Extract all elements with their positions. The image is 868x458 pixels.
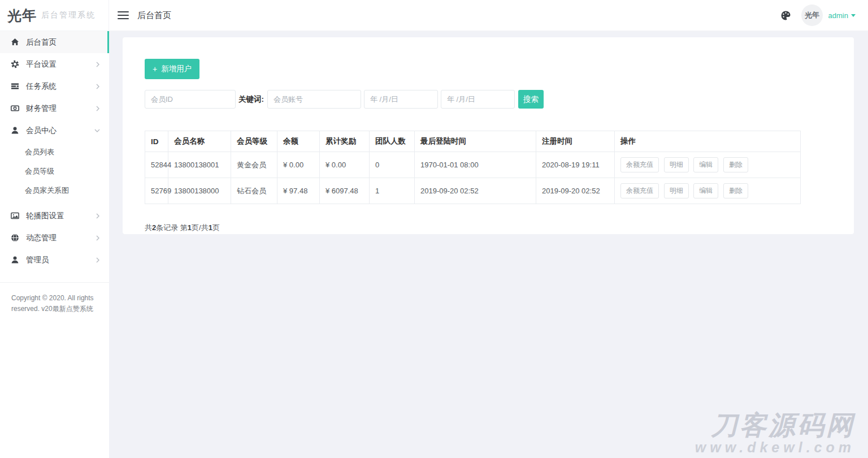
cell-last-login: 1970-01-01 08:00 [415,152,536,178]
cell-level: 钻石会员 [231,178,277,204]
cell-team: 1 [370,178,415,204]
search-bar: 关键词: 搜索 [145,90,831,109]
edit-button[interactable]: 编辑 [693,183,718,198]
cell-id: 52769 [145,178,168,204]
banknote-icon [10,104,19,113]
chevron-down-icon [94,128,100,133]
recharge-button[interactable]: 余额充值 [620,157,659,172]
account-input[interactable] [267,90,361,109]
sidebar-subitem-member-level[interactable]: 会员等级 [0,162,109,181]
copyright-text: Copyright © 2020. All rights reserved. v… [0,283,109,314]
col-header-registered: 注册时间 [536,131,615,152]
sidebar-item-finance[interactable]: 财务管理 [0,97,109,119]
plus-icon: + [153,64,157,74]
member-submenu: 会员列表 会员等级 会员家关系图 [0,141,109,205]
col-header-actions: 操作 [615,131,801,152]
tasks-icon [10,82,19,90]
gear-icon [10,60,19,68]
recharge-button[interactable]: 余额充值 [620,183,659,198]
chevron-right-icon [96,84,100,89]
cell-registered: 2019-09-20 02:52 [536,178,615,204]
sidebar-item-label: 会员中心 [26,126,57,136]
member-list-card: + 新增用户 关键词: 搜索 ID 会员名称 会员等级 余额 [123,37,854,234]
keyword-label: 关键词: [238,94,264,105]
col-header-team: 团队人数 [370,131,415,152]
user-avatar[interactable]: 光年 [801,5,823,26]
main-content: + 新增用户 关键词: 搜索 ID 会员名称 会员等级 余额 [109,31,868,458]
cell-balance: ¥ 97.48 [277,178,320,204]
table-header-row: ID 会员名称 会员等级 余额 累计奖励 团队人数 最后登陆时间 注册时间 操作 [145,131,801,152]
date-start-input[interactable] [364,90,438,109]
chevron-right-icon [96,106,100,111]
sidebar-item-task-system[interactable]: 任务系统 [0,75,109,97]
cell-team: 0 [370,152,415,178]
cell-reward: ¥ 0.00 [320,152,370,178]
brand-logo: 光年 后台管理系统 [0,0,109,31]
chevron-right-icon [96,213,100,219]
avatar-logo-glyph: 光年 [804,10,819,20]
delete-button[interactable]: 删除 [723,157,748,172]
search-button[interactable]: 搜索 [518,90,544,109]
sidebar: 后台首页 平台设置 任务系统 [0,31,109,458]
logo-glyph: 光年 [7,5,37,25]
add-user-button[interactable]: + 新增用户 [145,59,199,79]
table-row: 52769 13800138000 钻石会员 ¥ 97.48 ¥ 6097.48… [145,178,801,204]
cell-id: 52844 [145,152,168,178]
sidebar-item-home[interactable]: 后台首页 [0,31,109,53]
user-icon [10,126,19,135]
cell-actions: 余额充值 明细 编辑 删除 [615,178,801,204]
detail-button[interactable]: 明细 [664,183,689,198]
user-icon [10,256,19,264]
chevron-right-icon [96,257,100,263]
date-end-input[interactable] [441,90,515,109]
cell-level: 黄金会员 [231,152,277,178]
sidebar-item-label: 管理员 [26,255,49,265]
cell-registered: 2020-08-19 19:11 [536,152,615,178]
user-menu[interactable]: admin [828,11,856,20]
breadcrumb: 后台首页 [137,10,171,21]
theme-palette-icon[interactable] [780,10,791,21]
sidebar-item-label: 后台首页 [26,37,57,47]
col-header-name: 会员名称 [168,131,231,152]
cell-balance: ¥ 0.00 [277,152,320,178]
sidebar-item-label: 任务系统 [26,81,57,92]
home-icon [10,38,19,46]
sidebar-item-label: 轮播图设置 [26,211,64,221]
sidebar-subitem-member-list[interactable]: 会员列表 [0,142,109,162]
sidebar-item-dynamic-management[interactable]: 动态管理 [0,227,109,249]
sidebar-subitem-member-relation[interactable]: 会员家关系图 [0,181,109,200]
cell-name: 13800138001 [168,152,231,178]
summary-text: 页/共 [192,223,209,232]
username-label: admin [828,11,848,20]
image-icon [10,211,19,220]
sidebar-item-label: 平台设置 [26,59,57,70]
hamburger-menu-icon[interactable] [118,9,129,21]
total-pages: 1 [209,223,212,232]
col-header-last-login: 最后登陆时间 [415,131,536,152]
cell-actions: 余额充值 明细 编辑 删除 [615,152,801,178]
cell-reward: ¥ 6097.48 [320,178,370,204]
logo-subtitle: 后台管理系统 [41,10,96,20]
current-page: 1 [188,223,192,232]
add-user-label: 新增用户 [161,64,192,74]
chevron-right-icon [96,235,100,241]
sidebar-subitem-label: 会员家关系图 [25,185,69,196]
col-header-balance: 余额 [277,131,320,152]
sidebar-item-carousel-settings[interactable]: 轮播图设置 [0,205,109,227]
pagination-summary: 共2条记录 第1页/共1页 [145,223,831,233]
detail-button[interactable]: 明细 [664,157,689,172]
col-header-reward: 累计奖励 [320,131,370,152]
summary-text: 条记录 第 [156,223,188,232]
delete-button[interactable]: 删除 [723,183,748,198]
sidebar-item-platform-settings[interactable]: 平台设置 [0,53,109,75]
sidebar-item-member-center[interactable]: 会员中心 [0,119,109,141]
edit-button[interactable]: 编辑 [693,157,718,172]
table-row: 52844 13800138001 黄金会员 ¥ 0.00 ¥ 0.00 0 1… [145,152,801,178]
sidebar-item-administrator[interactable]: 管理员 [0,249,109,271]
sidebar-subitem-label: 会员列表 [25,147,54,157]
col-header-id: ID [145,131,168,152]
top-bar: 光年 后台管理系统 后台首页 光年 admin [0,0,868,31]
copyright-line1: Copyright © 2020. All rights [11,293,99,304]
cell-name: 13800138000 [168,178,231,204]
member-id-input[interactable] [145,90,236,109]
